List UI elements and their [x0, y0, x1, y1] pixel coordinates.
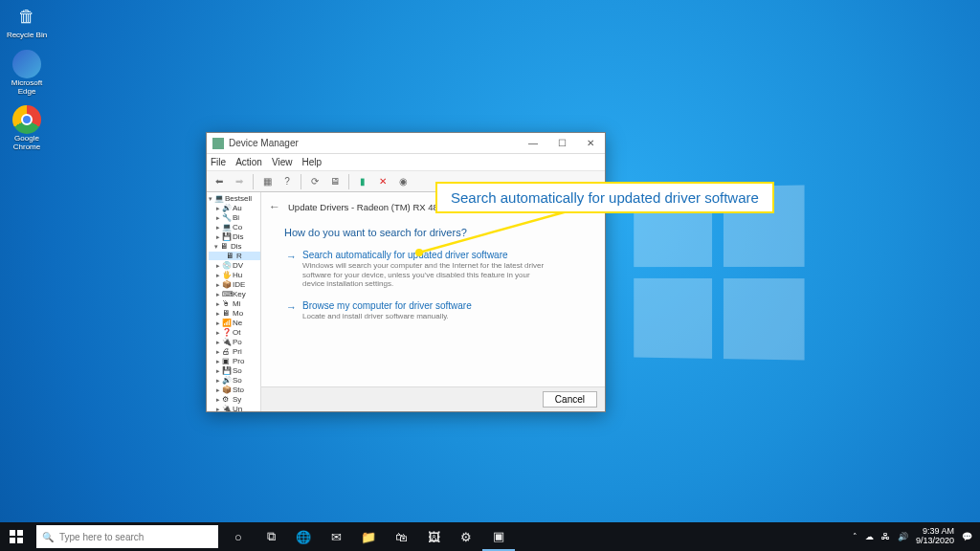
toolbar-enable-icon[interactable]: ◉ — [394, 173, 412, 190]
tray-overflow-icon[interactable]: ˄ — [853, 532, 858, 541]
menu-action[interactable]: Action — [235, 157, 262, 167]
menu-file[interactable]: File — [211, 157, 226, 167]
svg-rect-2 — [10, 530, 15, 536]
recycle-bin-icon: 🗑 — [12, 2, 41, 31]
chrome-icon — [12, 105, 41, 134]
svg-rect-5 — [17, 538, 23, 543]
taskbar-clock[interactable]: 9:39 AM 9/13/2020 — [916, 527, 954, 546]
callout-text: Search automatically for updated driver … — [451, 189, 759, 206]
option-title: Search automatically for updated driver … — [302, 250, 551, 260]
desktop-icon-recycle-bin[interactable]: 🗑 Recycle Bin — [4, 2, 50, 40]
option-title: Browse my computer for driver software — [302, 300, 472, 311]
toolbar-back-icon[interactable]: ⬅ — [211, 173, 228, 190]
taskbar-app-mail[interactable]: ✉ — [320, 522, 352, 551]
arrow-right-icon: → — [286, 301, 297, 321]
menu-view[interactable]: View — [272, 157, 293, 167]
option-browse-computer[interactable]: → Browse my computer for driver software… — [286, 300, 588, 321]
taskbar-app-explorer[interactable]: 📁 — [352, 522, 385, 551]
tree-item[interactable]: ▸🖱Mi — [209, 299, 260, 308]
tree-item[interactable]: ▸📦IDE — [209, 280, 260, 289]
taskbar-app-photos[interactable]: 🖼 — [417, 522, 450, 551]
taskbar-app-settings[interactable]: ⚙ — [450, 522, 482, 551]
toolbar-help-icon[interactable]: ? — [278, 173, 296, 190]
minimize-button[interactable]: — — [519, 133, 547, 154]
svg-rect-4 — [10, 538, 15, 543]
toolbar-scan-icon[interactable]: 🖥 — [326, 173, 344, 190]
windows-icon — [10, 530, 23, 543]
menu-help[interactable]: Help — [301, 157, 322, 167]
device-manager-window: Device Manager — ☐ ✕ File Action View He… — [206, 132, 606, 412]
tree-item[interactable]: ▸🖥Mo — [209, 309, 260, 318]
tree-item[interactable]: ▸💾Dis — [209, 232, 260, 241]
tree-root[interactable]: ▾💻Bestsell — [209, 194, 260, 203]
taskbar-search[interactable]: 🔍 Type here to search — [36, 525, 218, 548]
tray-volume-icon[interactable]: 🔊 — [898, 532, 908, 541]
taskbar: 🔍 Type here to search ○ ⧉ 🌐 ✉ 📁 🛍 🖼 ⚙ ▣ … — [0, 522, 980, 551]
svg-rect-3 — [17, 530, 23, 536]
update-driver-dialog: ← Update Drivers - Radeon (TM) RX 480 Gr… — [261, 192, 605, 411]
dialog-question: How do you want to search for drivers? — [284, 227, 595, 238]
arrow-right-icon: → — [286, 251, 297, 289]
toolbar-properties-icon[interactable]: ▦ — [258, 173, 276, 190]
tree-item[interactable]: ▸🖐Hu — [209, 271, 260, 279]
cancel-button[interactable]: Cancel — [543, 391, 597, 408]
tree-item[interactable]: ▸🔊So — [209, 376, 260, 385]
desktop-icon-chrome[interactable]: Google Chrome — [4, 105, 50, 152]
desktop-icon-label: Recycle Bin — [4, 32, 50, 40]
tree-item[interactable]: ▸🔧Bi — [209, 213, 260, 222]
tree-item[interactable]: ▸🔌Un — [209, 405, 260, 411]
tree-item[interactable]: ▸▣Pro — [209, 357, 260, 365]
callout-box: Search automatically for updated driver … — [435, 182, 774, 213]
edge-icon — [12, 50, 41, 78]
toolbar-update-icon[interactable]: ⟳ — [306, 173, 323, 190]
toolbar-uninstall-icon[interactable]: ▮ — [354, 173, 371, 190]
menubar: File Action View Help — [207, 154, 605, 171]
app-icon — [212, 138, 224, 149]
tree-item[interactable]: ▸📶Ne — [209, 319, 260, 327]
tree-item-selected[interactable]: 🖥R — [209, 252, 260, 260]
tray-onedrive-icon[interactable]: ☁ — [865, 532, 874, 541]
desktop-icon-edge[interactable]: Microsoft Edge — [4, 50, 50, 97]
tree-item[interactable]: ▸🖨Pri — [209, 347, 260, 356]
taskbar-app-edge[interactable]: 🌐 — [287, 522, 320, 551]
notifications-icon[interactable]: 💬 — [962, 532, 972, 541]
task-view-button[interactable]: ⧉ — [255, 522, 287, 551]
tree-item[interactable]: ▸⌨Key — [209, 290, 260, 298]
tree-item[interactable]: ▸❓Ot — [209, 328, 260, 337]
toolbar-disable-icon[interactable]: ✕ — [374, 173, 391, 190]
option-desc: Locate and install driver software manua… — [302, 312, 472, 321]
close-button[interactable]: ✕ — [576, 133, 605, 154]
taskbar-app-devmgr[interactable]: ▣ — [482, 522, 515, 551]
desktop-icon-label: Google Chrome — [4, 135, 50, 152]
search-placeholder: Type here to search — [59, 532, 144, 542]
device-tree[interactable]: ▾💻Bestsell▸🔊Au▸🔧Bi▸💻Co▸💾Dis▾🖥Dis🖥R▸💿DV▸🖐… — [207, 192, 261, 411]
desktop-icons: 🗑 Recycle Bin Microsoft Edge Google Chro… — [4, 2, 50, 162]
start-button[interactable] — [0, 522, 33, 551]
option-search-automatically[interactable]: → Search automatically for updated drive… — [286, 250, 588, 289]
tree-item[interactable]: ▸🔌Po — [209, 338, 260, 346]
tree-item[interactable]: ▸📦Sto — [209, 386, 260, 394]
system-tray: ˄ ☁ 🖧 🔊 9:39 AM 9/13/2020 💬 — [853, 527, 980, 546]
tree-item[interactable]: ▸💻Co — [209, 223, 260, 231]
tree-item[interactable]: ▾🖥Dis — [209, 242, 260, 251]
taskbar-app-store[interactable]: 🛍 — [385, 522, 417, 551]
back-arrow-icon[interactable]: ← — [269, 200, 280, 213]
maximize-button[interactable]: ☐ — [547, 133, 576, 154]
cortana-button[interactable]: ○ — [222, 522, 255, 551]
search-icon: 🔍 — [42, 532, 54, 542]
tree-item[interactable]: ▸💾So — [209, 366, 260, 375]
option-desc: Windows will search your computer and th… — [302, 261, 551, 289]
titlebar[interactable]: Device Manager — ☐ ✕ — [207, 133, 605, 154]
desktop-icon-label: Microsoft Edge — [4, 79, 50, 97]
window-title: Device Manager — [229, 138, 299, 148]
tree-item[interactable]: ▸🔊Au — [209, 204, 260, 212]
tree-item[interactable]: ▸💿DV — [209, 261, 260, 270]
tray-network-icon[interactable]: 🖧 — [881, 532, 890, 541]
tree-item[interactable]: ▸⚙Sy — [209, 395, 260, 404]
toolbar-forward-icon[interactable]: ➡ — [231, 173, 248, 190]
